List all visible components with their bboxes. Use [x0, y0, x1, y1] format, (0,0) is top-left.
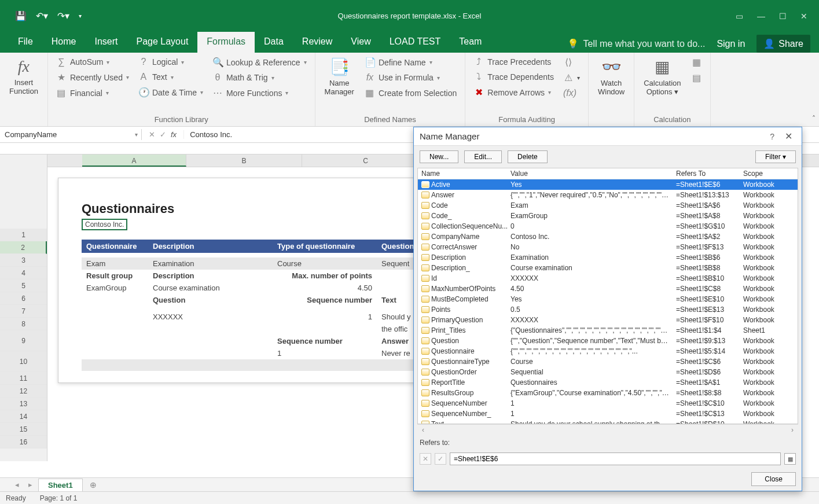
name-row[interactable]: QuestionnaireTypeCourse=Sheet1!$C$6Workb… — [418, 356, 798, 367]
show-formulas-button[interactable]: ⟨⟩ — [560, 55, 583, 69]
name-row[interactable]: ActiveYes=Sheet1!$E$6Workbook — [418, 179, 798, 190]
name-row[interactable]: QuestionOrderSequential=Sheet1!$D$6Workb… — [418, 367, 798, 377]
name-row[interactable]: SequenceNumber_1=Sheet1!$C$13Workbook — [418, 409, 798, 419]
ribbon-display-icon[interactable]: ▭ — [736, 12, 743, 21]
recently-used-button[interactable]: ★Recently Used — [53, 70, 133, 84]
tab-review[interactable]: Review — [293, 32, 341, 53]
add-sheet-icon[interactable]: ⊕ — [85, 480, 101, 490]
trace-dependents-button[interactable]: ⤵Trace Dependents — [470, 70, 557, 84]
accept-formula-icon[interactable]: ✓ — [160, 130, 166, 139]
name-row[interactable]: Questionnaire{"","","","","","","","",""… — [418, 346, 798, 356]
delete-button[interactable]: Delete — [508, 150, 548, 163]
name-row[interactable]: IdXXXXXX=Sheet1!$B$10Workbook — [418, 273, 798, 284]
row-header[interactable]: 13 — [0, 398, 47, 410]
redo-icon[interactable]: ↷▾ — [57, 10, 69, 21]
tab-file[interactable]: File — [9, 32, 42, 53]
row-header[interactable]: 1 — [0, 229, 47, 241]
name-row[interactable]: CorrectAnswerNo=Sheet1!$F$13Workbook — [418, 242, 798, 252]
watch-window-button[interactable]: 👓 Watch Window — [593, 55, 629, 98]
trace-precedents-button[interactable]: ⤴Trace Precedents — [470, 55, 557, 69]
save-icon[interactable]: 💾 — [15, 10, 27, 21]
minimize-icon[interactable]: — — [757, 12, 765, 21]
name-row[interactable]: Code_ExamGroup=Sheet1!$A$8Workbook — [418, 211, 798, 221]
selected-cell[interactable]: Contoso Inc. — [82, 219, 127, 230]
fx-bar-icon[interactable]: fx — [171, 130, 177, 139]
maximize-icon[interactable]: ☐ — [779, 12, 787, 21]
tab-home[interactable]: Home — [42, 32, 86, 53]
dialog-hscroll[interactable]: ‹› — [417, 424, 798, 435]
name-manager-button[interactable]: 📑 Name Manager — [320, 55, 359, 100]
qat-dropdown-icon[interactable]: ▾ — [79, 13, 82, 19]
edit-button[interactable]: Edit... — [464, 150, 502, 163]
row-header[interactable]: 9 — [0, 330, 47, 351]
dialog-close-icon[interactable]: ✕ — [781, 131, 796, 142]
col-header-a[interactable]: A — [82, 154, 186, 167]
row-header[interactable]: 14 — [0, 410, 47, 423]
row-header[interactable]: 2 — [0, 241, 47, 254]
filter-button[interactable]: Filter ▾ — [755, 150, 796, 163]
error-check-button[interactable]: ⚠▾ — [560, 71, 583, 85]
dialog-help-icon[interactable]: ? — [763, 132, 781, 141]
name-row[interactable]: Question{"","Question","Sequence number"… — [418, 336, 798, 346]
name-row[interactable]: ResultsGroup{"ExamGroup","Course examina… — [418, 388, 798, 398]
define-name-button[interactable]: 📄Define Name — [361, 55, 460, 69]
remove-arrows-button[interactable]: ✖Remove Arrows — [470, 85, 557, 100]
cancel-formula-icon[interactable]: ✕ — [149, 130, 155, 139]
refers-cancel-icon[interactable]: ✕ — [420, 453, 431, 465]
sheet-tab-sheet1[interactable]: Sheet1 — [38, 479, 83, 491]
sign-in-link[interactable]: Sign in — [717, 39, 745, 49]
name-box[interactable]: CompanyName ▾ — [0, 129, 142, 140]
range-picker-icon[interactable]: ▦ — [784, 453, 796, 465]
use-in-formula-button[interactable]: fxUse in Formula — [361, 71, 460, 84]
name-row[interactable]: Description_Course examination=Sheet1!$B… — [418, 263, 798, 273]
row-header[interactable]: 15 — [0, 423, 47, 436]
close-icon[interactable]: ✕ — [800, 12, 807, 21]
undo-icon[interactable]: ↶▾ — [36, 10, 48, 21]
text-button[interactable]: AText — [135, 70, 207, 84]
collapse-ribbon-icon[interactable]: ˄ — [812, 115, 816, 123]
calculation-options-button[interactable]: ▦ Calculation Options ▾ — [639, 55, 685, 98]
insert-function-button[interactable]: fx Insert Function — [5, 55, 43, 98]
col-header-b[interactable]: B — [186, 154, 302, 167]
name-row[interactable]: DescriptionExamination=Sheet1!$B$6Workbo… — [418, 252, 798, 263]
name-row[interactable]: Print_Titles{"Questionnaires","","","","… — [418, 325, 798, 336]
row-header[interactable]: 6 — [0, 292, 47, 305]
calc-sheet-button[interactable]: ▤ — [688, 71, 706, 85]
row-header[interactable]: 10 — [0, 351, 47, 372]
name-row[interactable]: Answer{"","","1","Never required","0.5",… — [418, 190, 798, 200]
math-button[interactable]: θMath & Trig — [209, 71, 310, 84]
more-functions-button[interactable]: ⋯More Functions — [209, 86, 310, 100]
next-sheet-icon[interactable]: ▸ — [25, 480, 36, 489]
tab-team[interactable]: Team — [450, 32, 491, 53]
name-row[interactable]: MustBeCompletedYes=Sheet1!$E$10Workbook — [418, 294, 798, 304]
col-header-c[interactable]: C — [302, 154, 429, 167]
lookup-button[interactable]: 🔍Lookup & Reference — [209, 55, 310, 69]
row-header[interactable]: 11 — [0, 372, 47, 385]
autosum-button[interactable]: ∑AutoSum — [53, 55, 133, 69]
calc-now-button[interactable]: ▦ — [688, 55, 706, 69]
create-from-selection-button[interactable]: ▦Create from Selection — [361, 86, 460, 100]
name-row[interactable]: Points0.5=Sheet1!$E$13Workbook — [418, 304, 798, 315]
name-box-dropdown-icon[interactable]: ▾ — [135, 131, 138, 138]
name-row[interactable]: TextShould you do your school supply sho… — [418, 419, 798, 424]
tab-load-test[interactable]: LOAD TEST — [380, 32, 450, 53]
tab-data[interactable]: Data — [255, 32, 293, 53]
tab-formulas[interactable]: Formulas — [197, 32, 255, 53]
share-button[interactable]: 👤 Share — [756, 35, 810, 53]
tab-insert[interactable]: Insert — [85, 32, 127, 53]
name-row[interactable]: MaxNumberOfPoints4.50=Sheet1!$C$8Workboo… — [418, 284, 798, 294]
refers-to-input[interactable] — [450, 453, 781, 465]
new-button[interactable]: New... — [420, 150, 458, 163]
name-row[interactable]: PrimaryQuestionXXXXXX=Sheet1!$F$10Workbo… — [418, 315, 798, 325]
tab-view[interactable]: View — [341, 32, 380, 53]
name-row[interactable]: CollectionSequenceNu...0=Sheet1!$G$10Wor… — [418, 221, 798, 231]
name-row[interactable]: SequenceNumber1=Sheet1!$C$10Workbook — [418, 398, 798, 409]
evaluate-formula-button[interactable]: (fx) — [560, 86, 583, 100]
name-row[interactable]: CodeExam=Sheet1!$A$6Workbook — [418, 200, 798, 211]
refers-accept-icon[interactable]: ✓ — [435, 453, 446, 465]
name-row[interactable]: CompanyNameContoso Inc.=Sheet1!$A$2Workb… — [418, 231, 798, 242]
financial-button[interactable]: ▤Financial — [53, 86, 133, 100]
names-table[interactable]: Name Value Refers To Scope ActiveYes=She… — [417, 168, 798, 424]
name-row[interactable]: ReportTitleQuestionnaires=Sheet1!$A$1Wor… — [418, 377, 798, 388]
date-time-button[interactable]: 🕐Date & Time — [135, 85, 207, 100]
